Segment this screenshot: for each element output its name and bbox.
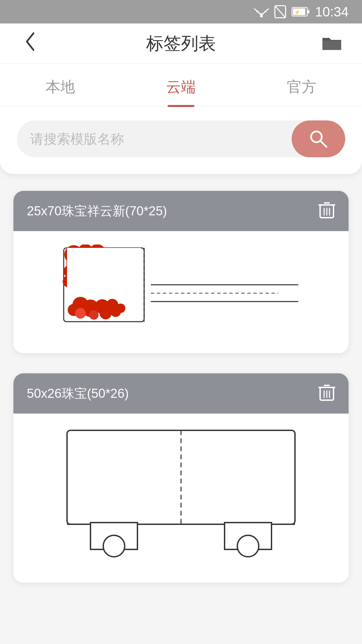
svg-text:⚡: ⚡: [294, 9, 300, 15]
search-button[interactable]: [292, 120, 345, 157]
svg-point-0: [260, 15, 263, 17]
template-preview-1: [27, 245, 335, 338]
svg-rect-50: [67, 430, 295, 524]
template-card-1: 25x70珠宝祥云新(70*25): [13, 191, 349, 353]
trash-icon: [318, 201, 335, 220]
svg-point-35: [116, 304, 125, 313]
trash-icon-2: [318, 383, 335, 402]
sim-icon: [274, 5, 286, 18]
svg-point-54: [103, 535, 125, 557]
template-card-2: 50x26珠宝(50*26): [13, 373, 349, 583]
svg-line-9: [320, 141, 326, 147]
card-body-1: [13, 231, 349, 353]
page-title: 标签列表: [146, 32, 216, 55]
card-header-1: 25x70珠宝祥云新(70*25): [13, 191, 349, 231]
battery-icon: ⚡: [292, 7, 310, 16]
status-time: 10:34: [315, 4, 349, 19]
svg-rect-39: [67, 248, 141, 295]
status-icons: ⚡ 10:34: [254, 4, 349, 19]
card-title-2: 50x26珠宝(50*26): [27, 385, 129, 402]
tab-official[interactable]: 官方: [241, 64, 362, 107]
svg-rect-7: [322, 41, 341, 50]
card-body-2: [13, 414, 349, 583]
delete-button-2[interactable]: [318, 383, 335, 404]
back-button[interactable]: [17, 32, 44, 56]
tab-cloud[interactable]: 云端: [121, 64, 241, 107]
search-icon: [309, 129, 328, 148]
svg-line-2: [275, 6, 286, 18]
wifi-icon: [254, 6, 269, 17]
folder-button[interactable]: [318, 35, 345, 53]
tabs-container: 本地 云端 官方: [0, 64, 362, 107]
svg-point-55: [237, 535, 259, 557]
status-bar: ⚡ 10:34: [0, 0, 362, 23]
svg-point-37: [89, 310, 99, 320]
delete-button-1[interactable]: [318, 201, 335, 221]
card-header-2: 50x26珠宝(50*26): [13, 373, 349, 414]
tab-local[interactable]: 本地: [0, 64, 121, 107]
search-area: [0, 107, 362, 174]
svg-rect-4: [308, 10, 309, 13]
card-title-1: 25x70珠宝祥云新(70*25): [27, 203, 167, 220]
svg-point-38: [100, 307, 112, 319]
search-input[interactable]: [17, 131, 292, 147]
main-content: 25x70珠宝祥云新(70*25): [0, 191, 362, 583]
app-header: 标签列表: [0, 23, 362, 64]
template-preview-2: [27, 427, 335, 568]
svg-point-36: [75, 308, 86, 319]
search-bar: [17, 120, 345, 157]
